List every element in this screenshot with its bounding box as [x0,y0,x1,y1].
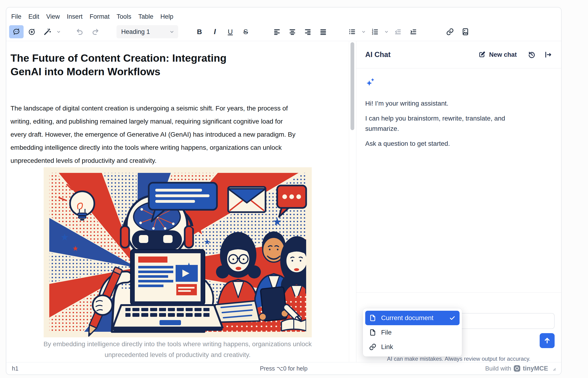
check-icon [449,314,456,322]
menubar: File Edit View Insert Format Tools Table… [6,7,561,23]
italic-icon: I [214,27,216,36]
document-paragraph: The landscape of digital content creatio… [11,102,345,167]
numbered-list-icon: 1 2 3 [371,28,379,36]
assistant-message: Hi! I’m your writing assistant. [365,98,552,109]
undo-icon [76,28,84,36]
bullet-list-dropdown-chevron[interactable] [360,25,367,38]
ai-chat-bubble-sparkle-icon [12,28,20,36]
ai-disclaimer: AI can make mistakes. Always review outp… [363,356,555,362]
format-select[interactable]: Heading 1 [117,25,178,38]
ai-rewrite-dropdown-chevron[interactable] [55,25,62,38]
context-dropdown-menu: Current document File [363,308,462,356]
bullet-list-icon [348,28,356,36]
menu-insert[interactable]: Insert [63,11,86,22]
chat-history-button[interactable] [527,50,537,60]
menu-tools[interactable]: Tools [113,11,135,22]
magic-wand-icon [43,28,51,36]
help-shortcut-text: Press ⌥0 for help [260,365,308,372]
arrow-up-icon [543,337,551,345]
branding-link[interactable]: Build with tinyMCE [485,365,556,372]
editor-scrollbar[interactable] [349,41,356,362]
new-chat-label: New chat [489,51,517,58]
send-button[interactable] [540,333,555,348]
ai-shortcuts-button[interactable] [25,25,39,38]
align-center-button[interactable] [285,25,300,38]
bold-icon: B [197,28,202,36]
strikethrough-icon: S [243,28,248,36]
indent-icon [410,28,417,36]
outdent-icon [394,28,402,36]
menu-file[interactable]: File [8,11,25,22]
document-figure[interactable]: By embedding intelligence directly into … [11,167,345,360]
underline-button[interactable]: U [223,25,237,38]
menu-view[interactable]: View [43,11,63,22]
link-icon [369,343,377,351]
element-path[interactable]: h1 [12,365,18,372]
ai-chat-header: AI Chat New chat [356,41,561,68]
menu-table[interactable]: Table [135,11,157,22]
menu-item-label: Link [381,343,393,351]
assistant-message: Ask a question to get started. [365,138,552,149]
redo-button[interactable] [88,25,103,38]
ai-chat-title: AI Chat [365,51,478,59]
ai-chat-button[interactable] [9,25,24,38]
numbered-list-dropdown-chevron[interactable] [383,25,390,38]
align-justify-button[interactable] [316,25,330,38]
align-justify-icon [319,28,327,36]
assistant-message: I can help you brainstorm, rewrite, tran… [365,113,552,134]
toolbar: Heading 1 B I U S [6,23,561,41]
numbered-list-button[interactable]: 1 2 3 [368,25,382,38]
ai-circle-sparkle-icon [28,28,36,36]
file-icon [369,329,377,336]
tinymce-logo-icon [513,365,521,372]
editor-header: File Edit View Insert Format Tools Table… [6,7,561,41]
close-sidebar-icon [544,51,552,59]
new-chat-button[interactable]: New chat [478,51,517,58]
tinymce-editor-window: File Edit View Insert Format Tools Table… [6,7,562,375]
undo-button[interactable] [73,25,87,38]
menu-item-current-document[interactable]: Current document [365,311,459,325]
ai-rewrite-button[interactable] [40,25,54,38]
menu-item-link[interactable]: Link [365,340,459,354]
align-center-icon [289,28,296,36]
bold-button[interactable]: B [192,25,207,38]
link-icon [446,28,454,36]
document-illustration [44,167,312,337]
scrollbar-thumb[interactable] [351,42,354,130]
close-sidebar-button[interactable] [543,50,553,60]
compose-icon [478,51,486,58]
figure-caption: By embedding intelligence directly into … [11,339,345,360]
insert-image-button[interactable] [458,25,473,38]
document-icon [369,314,377,322]
align-right-button[interactable] [301,25,315,38]
history-icon [528,51,536,59]
statusbar: h1 Press ⌥0 for help Build with tinyMCE [6,362,561,375]
resize-handle-icon[interactable] [550,365,556,371]
image-icon [461,28,469,36]
menu-item-label: File [381,329,392,336]
insert-link-button[interactable] [443,25,457,38]
italic-button[interactable]: I [208,25,222,38]
align-left-button[interactable] [270,25,284,38]
editor-main: The Future of Content Creation: Integrat… [6,41,561,362]
align-left-icon [273,28,281,36]
align-right-icon [304,28,312,36]
format-select-value: Heading 1 [121,28,150,36]
menu-edit[interactable]: Edit [25,11,43,22]
outdent-button[interactable] [391,25,405,38]
underline-icon: U [228,28,233,36]
branding-prefix: Build with [485,365,511,372]
indent-button[interactable] [406,25,420,38]
bullet-list-button[interactable] [345,25,359,38]
desktop: File Edit View Insert Format Tools Table… [0,0,588,378]
menu-help[interactable]: Help [157,11,177,22]
menu-item-file[interactable]: File [365,325,459,340]
redo-icon [91,28,99,36]
document-title: The Future of Content Creation: Integrat… [11,51,345,79]
ai-chat-messages: Hi! I’m your writing assistant. I can he… [356,68,561,292]
menu-format[interactable]: Format [86,11,113,22]
chevron-down-icon [169,29,174,34]
editor-canvas[interactable]: The Future of Content Creation: Integrat… [6,41,349,362]
svg-text:3: 3 [372,33,373,35]
strikethrough-button[interactable]: S [238,25,253,38]
